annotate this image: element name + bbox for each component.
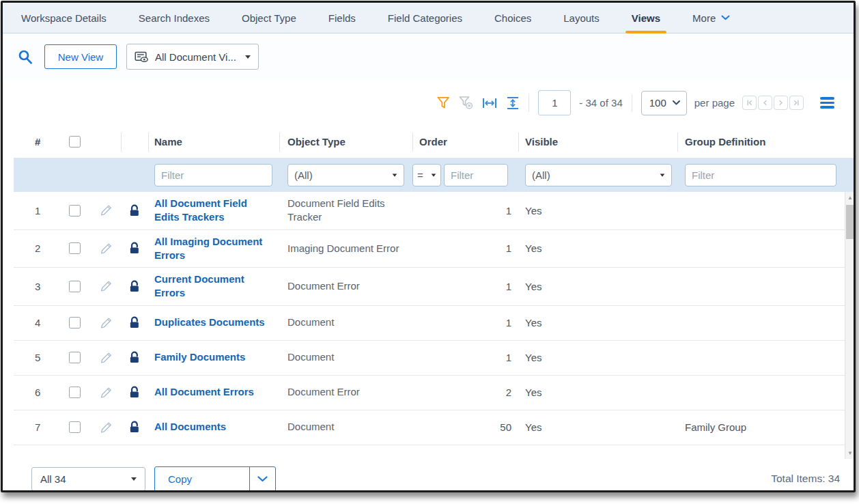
view-selector-dropdown[interactable]: All Document Vi... [126,44,259,70]
visible-filter-select[interactable]: (All) [525,164,672,186]
tab-fields[interactable]: Fields [328,3,356,33]
tab-layouts[interactable]: Layouts [563,3,600,33]
unlocked-padlock-icon[interactable] [128,204,141,217]
view-name-link[interactable]: All Document Errors [154,385,254,399]
order-value: 1 [412,347,518,368]
tab-object-type[interactable]: Object Type [242,3,296,33]
row-checkbox[interactable] [69,205,81,216]
last-page-button[interactable] [789,96,804,110]
filter-cell-group-definition [677,164,845,186]
visible-value: Yes [518,347,677,368]
select-all-checkbox[interactable] [69,136,81,148]
visible-value: Yes [518,382,677,403]
edit-pencil-icon[interactable] [100,421,113,434]
search-icon[interactable] [18,49,33,65]
fit-column-width-icon[interactable] [482,97,497,109]
order-filter-input[interactable] [444,164,508,186]
row-checkbox[interactable] [69,421,81,433]
column-header-name[interactable]: Name [148,136,279,148]
tab-field-categories[interactable]: Field Categories [388,3,462,33]
tab-search-indexes[interactable]: Search Indexes [139,3,210,33]
name-cell: All Document Field Edits Trackers [148,192,279,229]
name-cell: Family Documents [148,346,279,369]
action-band: New View All Document Vi... [3,33,854,80]
edit-pencil-icon[interactable] [100,351,113,365]
chevron-down-icon [673,100,680,105]
visible-value: Yes [518,276,677,297]
view-name-link[interactable]: Current Document Errors [154,272,272,300]
edit-cell [91,275,121,298]
column-header-object-type[interactable]: Object Type [279,136,412,148]
visible-value: Yes [518,312,677,333]
menu-icon[interactable] [820,97,834,109]
clear-filter-icon[interactable] [459,96,473,110]
column-divider [677,132,678,152]
row-checkbox-cell [61,347,91,368]
tab-label: Search Indexes [139,12,210,24]
security-cell [121,275,148,298]
copy-button[interactable]: Copy [155,467,249,491]
tab-views[interactable]: Views [632,3,660,33]
object-type-value: Document Error [287,386,360,397]
view-name-link[interactable]: All Imaging Document Errors [154,235,272,263]
item-range-text: - 34 of 34 [579,97,622,109]
first-page-button[interactable] [742,96,757,110]
edit-pencil-icon[interactable] [100,279,113,293]
divider [632,94,632,112]
row-checkbox[interactable] [69,352,81,363]
unlocked-padlock-icon[interactable] [128,386,141,399]
caret-down-icon [660,173,665,176]
copy-dropdown-button[interactable] [249,467,275,491]
name-filter-input[interactable] [154,164,272,186]
new-view-button[interactable]: New View [44,44,117,69]
tab-more[interactable]: More [692,3,730,33]
column-header-visible[interactable]: Visible [518,136,677,148]
next-page-button[interactable] [774,96,788,110]
scrollbar-thumb[interactable] [846,205,854,239]
order-operator-select[interactable]: = [412,164,441,186]
prev-page-button[interactable] [758,96,772,110]
edit-pencil-icon[interactable] [100,316,113,330]
edit-pencil-icon[interactable] [100,204,113,217]
security-cell [121,237,148,260]
page-number-input[interactable] [538,90,571,115]
tab-choices[interactable]: Choices [494,3,531,33]
row-number: 2 [14,238,61,259]
edit-cell [91,199,121,222]
object-type-filter-select[interactable]: (All) [287,164,404,186]
table-row: 5Family DocumentsDocument1Yes [14,341,845,376]
page-size-select[interactable]: 100 [641,91,687,115]
table-row: 7All DocumentsDocument50YesFamily Group [14,410,845,445]
row-checkbox[interactable] [69,317,81,328]
unlocked-padlock-icon[interactable] [128,316,141,329]
view-name-link[interactable]: Duplicates Documents [154,316,265,329]
view-name-link[interactable]: All Document Field Edits Trackers [154,197,272,225]
mass-operation-scope-select[interactable]: All 34 [31,467,145,491]
view-name-link[interactable]: Family Documents [154,350,245,364]
security-cell [121,381,148,404]
group-definition-value [677,244,845,253]
vertical-scrollbar[interactable]: ▲ ▼ [845,192,855,459]
row-number: 6 [14,382,61,403]
filter-icon[interactable] [437,96,450,110]
column-header-order[interactable]: Order [412,136,518,148]
column-divider [412,132,413,152]
fit-row-height-icon[interactable] [506,96,520,110]
scroll-down-icon[interactable]: ▼ [845,447,855,459]
scroll-up-icon[interactable]: ▲ [845,192,855,204]
group-definition-filter-input[interactable] [685,164,836,186]
copy-split-button: Copy [154,466,276,492]
edit-pencil-icon[interactable] [100,242,113,255]
column-header-group-definition[interactable]: Group Definition [677,136,845,148]
unlocked-padlock-icon[interactable] [128,280,141,293]
unlocked-padlock-icon[interactable] [128,351,141,364]
unlocked-padlock-icon[interactable] [128,421,141,434]
grid-toolbar: - 34 of 34 100 per page [3,80,854,126]
row-checkbox[interactable] [69,281,81,292]
row-checkbox[interactable] [69,242,81,254]
unlocked-padlock-icon[interactable] [128,242,141,255]
view-name-link[interactable]: All Documents [154,420,226,434]
row-checkbox[interactable] [69,387,81,398]
tab-workspace-details[interactable]: Workspace Details [21,3,107,33]
edit-pencil-icon[interactable] [100,386,113,400]
